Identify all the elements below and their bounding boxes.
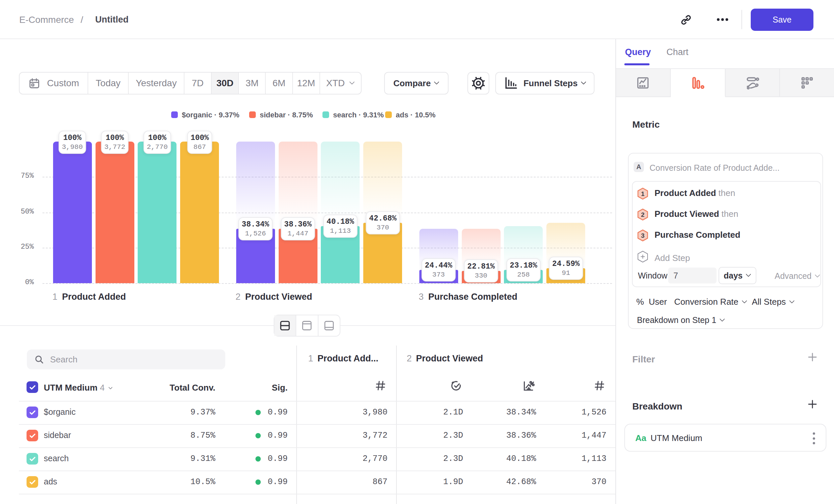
svg-text:3: 3 <box>641 232 644 239</box>
svg-text:1: 1 <box>641 190 644 197</box>
svg-text:2: 2 <box>641 211 644 218</box>
